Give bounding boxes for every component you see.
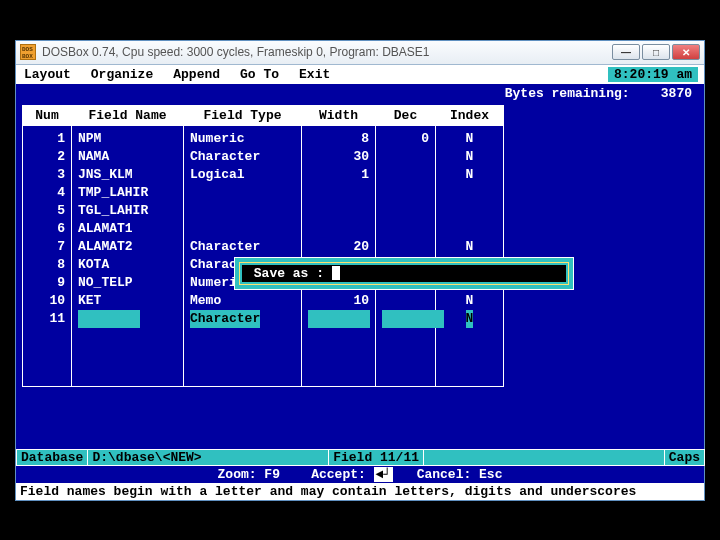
cell-name[interactable]: TMP_LAHIR [78,184,177,202]
cell-width[interactable] [308,220,369,238]
col-index-header: Index [436,106,503,126]
cell-name[interactable]: NO_TELP [78,274,177,292]
minimize-button[interactable]: — [612,44,640,60]
cell-name[interactable]: TGL_LAHIR [78,202,177,220]
status-bar: Database D:\dbase\<NEW> Field 11/11 Caps [16,449,704,466]
save-as-input[interactable] [332,266,340,280]
cell-type[interactable]: Character [190,310,295,328]
cell-dec[interactable] [382,184,429,202]
cell-name[interactable] [78,310,177,328]
cell-type[interactable] [190,202,295,220]
save-as-dialog: Save as : [234,257,574,290]
cell-num[interactable]: 2 [29,148,65,166]
col-dec-header: Dec [376,106,435,126]
maximize-icon: □ [653,47,659,58]
cell-index[interactable]: N [442,130,497,148]
cell-width[interactable]: 10 [308,292,369,310]
cell-index[interactable] [442,184,497,202]
hint-bar: Field names begin with a letter and may … [16,483,704,500]
cell-type[interactable]: Character [190,238,295,256]
cell-index[interactable] [442,202,497,220]
cell-dec[interactable] [382,148,429,166]
cell-dec[interactable] [382,166,429,184]
cell-width[interactable] [308,310,369,328]
cell-width[interactable] [308,202,369,220]
cell-dec[interactable] [382,220,429,238]
cell-width[interactable]: 30 [308,148,369,166]
bytes-remaining: Bytes remaining: 3870 [16,84,704,105]
cell-dec[interactable] [382,292,429,310]
cell-num[interactable]: 11 [29,310,65,328]
status-field-pos: Field 11/11 [328,449,424,466]
key-hints: Zoom: F9 Accept: ◄┘ Cancel: Esc [16,466,704,483]
menu-append[interactable]: Append [171,67,238,82]
cell-width[interactable] [308,184,369,202]
cell-index[interactable]: N [442,310,497,328]
col-type-header: Field Type [184,106,301,126]
cell-index[interactable] [442,220,497,238]
cell-dec[interactable] [382,310,429,328]
structure-table: Num 1234567891011 Field Name NPMNAMAJNS_… [22,105,698,387]
cell-type[interactable]: Logical [190,166,295,184]
cell-type[interactable]: Memo [190,292,295,310]
close-button[interactable]: ✕ [672,44,700,60]
cell-type[interactable] [190,184,295,202]
cell-num[interactable]: 1 [29,130,65,148]
cell-index[interactable]: N [442,148,497,166]
cell-num[interactable]: 7 [29,238,65,256]
cell-width[interactable]: 20 [308,238,369,256]
cell-type[interactable] [190,220,295,238]
cell-width[interactable]: 8 [308,130,369,148]
col-num-header: Num [23,106,71,126]
clock: 8:20:19 am [608,67,698,82]
status-database-path: D:\dbase\<NEW> [87,449,329,466]
close-icon: ✕ [682,47,690,58]
window-title: DOSBox 0.74, Cpu speed: 3000 cycles, Fra… [42,45,610,59]
cell-name[interactable]: KOTA [78,256,177,274]
cell-name[interactable]: KET [78,292,177,310]
window-titlebar: DOSBOX DOSBox 0.74, Cpu speed: 3000 cycl… [16,41,704,65]
cell-num[interactable]: 9 [29,274,65,292]
cell-index[interactable]: N [442,238,497,256]
menu-organize[interactable]: Organize [89,67,171,82]
menu-layout[interactable]: Layout [22,67,89,82]
status-filler [423,449,665,466]
cell-name[interactable]: NPM [78,130,177,148]
save-as-label: Save as : [246,266,332,281]
col-width-header: Width [302,106,375,126]
enter-key-icon: ◄┘ [374,467,394,482]
cell-num[interactable]: 6 [29,220,65,238]
cell-num[interactable]: 10 [29,292,65,310]
cell-num[interactable]: 3 [29,166,65,184]
cell-index[interactable]: N [442,166,497,184]
cell-name[interactable]: ALAMAT2 [78,238,177,256]
cell-num[interactable]: 4 [29,184,65,202]
cell-name[interactable]: ALAMAT1 [78,220,177,238]
minimize-icon: — [621,47,631,58]
cell-index[interactable]: N [442,292,497,310]
cell-dec[interactable]: 0 [382,130,429,148]
cell-num[interactable]: 8 [29,256,65,274]
cell-name[interactable]: NAMA [78,148,177,166]
menu-exit[interactable]: Exit [297,67,348,82]
cell-type[interactable]: Numeric [190,130,295,148]
cell-width[interactable]: 1 [308,166,369,184]
cell-num[interactable]: 5 [29,202,65,220]
cell-name[interactable]: JNS_KLM [78,166,177,184]
dosbox-icon: DOSBOX [20,44,36,60]
col-name-header: Field Name [72,106,183,126]
maximize-button[interactable]: □ [642,44,670,60]
status-caps: Caps [664,449,705,466]
status-database-label: Database [16,449,88,466]
cell-type[interactable]: Character [190,148,295,166]
cell-dec[interactable] [382,238,429,256]
menu-goto[interactable]: Go To [238,67,297,82]
cell-dec[interactable] [382,202,429,220]
menu-bar: Layout Organize Append Go To Exit 8:20:1… [16,65,704,84]
